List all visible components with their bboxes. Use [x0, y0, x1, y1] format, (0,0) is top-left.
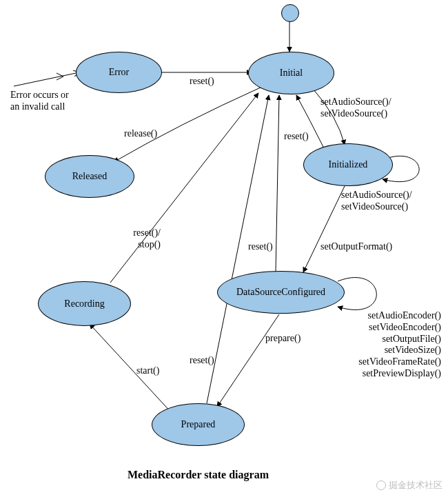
state-error: Error [76, 52, 162, 93]
label-reset-prepared: reset() [190, 355, 214, 367]
label-release: release() [124, 128, 157, 140]
state-recording-label: Recording [64, 298, 104, 310]
state-datasource-configured: DataSourceConfigured [217, 271, 345, 314]
svg-line-1 [14, 72, 79, 86]
label-start: start() [136, 365, 159, 377]
svg-line-5 [217, 314, 279, 407]
start-state [281, 4, 299, 22]
state-released: Released [45, 155, 134, 198]
watermark-icon [376, 480, 386, 490]
label-reset-dsc: reset() [248, 241, 273, 253]
state-datasource-label: DataSourceConfigured [236, 287, 325, 298]
watermark-text: 掘金技术社区 [389, 479, 442, 491]
label-error-entry: Error occurs or an invalid call [10, 90, 69, 113]
diagram-title: MediaRecorder state diagram [128, 469, 269, 481]
label-recording-to-initial: reset()/ stop() [126, 227, 161, 251]
state-released-label: Released [72, 171, 108, 182]
label-initialized-self: setAudioSource()/ setVideoSource() [341, 190, 412, 213]
label-dsc-self: setAudioEncoder() setVideoEncoder() setO… [341, 310, 441, 380]
svg-line-8 [110, 93, 258, 283]
state-initial: Initial [248, 52, 334, 94]
watermark: 掘金技术社区 [376, 479, 442, 491]
state-initialized: Initialized [303, 143, 393, 186]
label-reset-error-initial: reset() [190, 76, 214, 88]
label-set-source: setAudioSource()/ setVideoSource() [320, 97, 391, 120]
state-prepared: Prepared [152, 403, 245, 446]
svg-line-3 [303, 186, 345, 272]
state-error-label: Error [109, 67, 130, 78]
label-reset-initialized: reset() [284, 131, 309, 143]
state-initial-label: Initial [280, 68, 303, 79]
state-prepared-label: Prepared [181, 419, 216, 430]
state-initialized-label: Initialized [329, 159, 368, 170]
svg-line-4 [276, 95, 279, 272]
label-prepare: prepare() [265, 333, 301, 345]
state-recording: Recording [38, 281, 131, 326]
svg-line-7 [90, 324, 172, 414]
label-set-output-format: setOutputFormat() [320, 241, 392, 253]
